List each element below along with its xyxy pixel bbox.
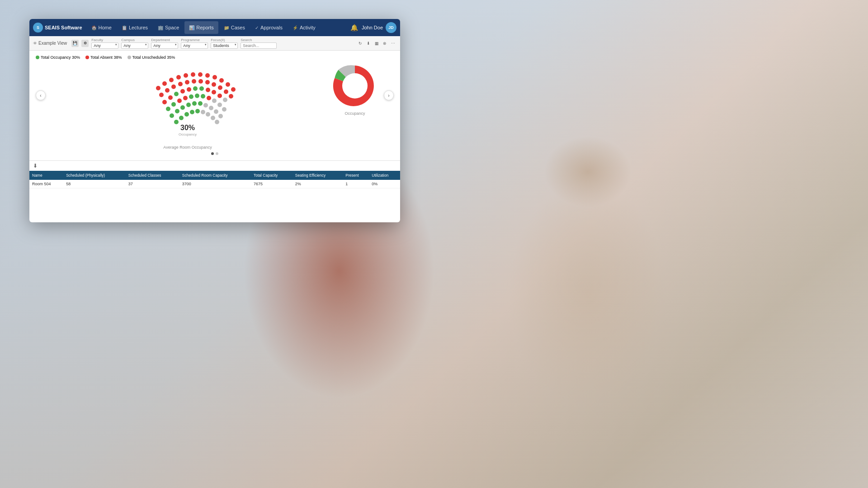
department-label: Department xyxy=(151,38,178,42)
pagination-dots xyxy=(36,152,394,155)
pagination-dot-2[interactable] xyxy=(216,152,218,155)
user-initials: JD xyxy=(388,25,394,30)
svg-point-67 xyxy=(342,73,368,99)
faculty-label: Faculty xyxy=(91,38,118,42)
col-scheduled-classes: Scheduled Classes xyxy=(126,171,179,180)
svg-point-1 xyxy=(162,81,167,86)
nav-label-activity: Activity xyxy=(300,25,316,30)
programme-filter: Programme Any xyxy=(181,38,208,49)
nav-item-space[interactable]: 🏢 Space xyxy=(153,21,184,34)
svg-point-3 xyxy=(176,75,181,80)
notification-bell-icon[interactable]: 🔔 xyxy=(350,24,358,31)
more-options-icon[interactable]: ⋯ xyxy=(389,40,396,47)
home-icon: 🏠 xyxy=(91,25,97,30)
chart-legend: Total Occupancy 30% Total Absent 38% Tot… xyxy=(36,55,394,60)
refresh-icon[interactable]: ↻ xyxy=(357,40,364,47)
svg-point-61 xyxy=(201,110,205,114)
svg-point-31 xyxy=(206,88,210,92)
svg-point-30 xyxy=(199,86,204,91)
legend-absent: Total Absent 38% xyxy=(85,55,122,60)
faculty-filter: Faculty Any xyxy=(91,38,118,49)
view-selector[interactable]: 👁 Example View xyxy=(33,41,67,46)
nav-item-home[interactable]: 🏠 Home xyxy=(87,21,116,34)
filter-icon[interactable]: ▦ xyxy=(373,40,380,47)
pagination-dot-1[interactable] xyxy=(211,152,214,155)
nav-item-activity[interactable]: ⚡ Activity xyxy=(288,21,320,34)
department-filter: Department Any xyxy=(151,38,178,49)
nav-label-approvals: Approvals xyxy=(260,25,283,30)
svg-point-38 xyxy=(183,96,188,100)
user-menu[interactable]: John Doe JD xyxy=(362,22,396,33)
nav-label-lectures: Lectures xyxy=(129,25,148,30)
nav-item-approvals[interactable]: ✓ Approvals xyxy=(250,21,287,34)
nav-item-reports[interactable]: 📊 Reports xyxy=(184,21,218,34)
app-logo: S SEAIS Software xyxy=(33,23,82,33)
svg-point-40 xyxy=(195,94,199,98)
svg-point-26 xyxy=(174,92,179,96)
nav-item-lectures[interactable]: 📋 Lectures xyxy=(117,21,152,34)
search-input[interactable] xyxy=(241,42,277,49)
clear-filter-icon[interactable]: ⊗ xyxy=(381,40,388,47)
svg-point-52 xyxy=(203,103,208,108)
logo-icon: S xyxy=(33,23,43,33)
svg-point-59 xyxy=(190,110,194,114)
programme-select[interactable]: Any xyxy=(181,42,208,49)
view-icon: 👁 xyxy=(33,41,37,46)
nav-bar: S SEAIS Software 🏠 Home 📋 Lectures 🏢 Spa… xyxy=(29,19,400,36)
chart-prev-button[interactable]: ‹ xyxy=(36,90,46,100)
focus-label: Focus(II) xyxy=(211,38,238,42)
view-label: Example View xyxy=(38,41,67,46)
svg-point-48 xyxy=(180,105,185,110)
svg-point-17 xyxy=(192,79,196,84)
svg-point-39 xyxy=(189,94,193,99)
save-view-button[interactable]: 💾 xyxy=(71,40,79,47)
svg-point-19 xyxy=(205,80,210,84)
export-icon[interactable]: ⬇ xyxy=(365,40,372,47)
nav-label-space: Space xyxy=(165,25,179,30)
cell-total-capacity: 7675 xyxy=(251,180,292,188)
unscheduled-legend-label: Total Unscheduled 35% xyxy=(132,55,175,60)
svg-point-43 xyxy=(212,99,217,103)
svg-point-46 xyxy=(170,113,174,118)
seating-chart-svg: 30% Occupancy xyxy=(118,63,258,142)
nav-label-reports: Reports xyxy=(196,25,214,30)
campus-filter: Campus Any xyxy=(121,38,148,49)
department-select[interactable]: Any xyxy=(151,42,178,49)
svg-point-11 xyxy=(231,87,236,92)
cell-scheduled-classes: 37 xyxy=(126,180,179,188)
svg-point-10 xyxy=(226,82,230,87)
svg-point-42 xyxy=(207,96,211,100)
svg-point-36 xyxy=(171,102,176,107)
absent-legend-label: Total Absent 38% xyxy=(90,55,122,60)
nav-item-cases[interactable]: 📁 Cases xyxy=(219,21,250,34)
settings-view-button[interactable]: ⚙ xyxy=(81,40,89,47)
svg-point-35 xyxy=(166,107,170,111)
table-toolbar: ⬇ xyxy=(29,161,400,171)
col-scheduled-room-capacity: Scheduled Room Capacity xyxy=(179,171,251,180)
cell-scheduled-physically: 58 xyxy=(63,180,126,188)
occupancy-dot xyxy=(36,56,39,59)
seating-chart-section: 30% Occupancy Average Room Occupancy xyxy=(47,63,328,150)
svg-point-16 xyxy=(185,80,189,84)
svg-point-44 xyxy=(217,103,222,107)
chart-next-button[interactable]: › xyxy=(384,90,394,100)
svg-point-25 xyxy=(168,95,173,100)
focus-select[interactable]: Students xyxy=(211,42,238,49)
filter-actions: ↻ ⬇ ▦ ⊗ ⋯ xyxy=(357,40,396,47)
activity-icon: ⚡ xyxy=(292,25,298,30)
search-label: Search xyxy=(241,38,277,42)
legend-occupancy: Total Occupancy 30% xyxy=(36,55,80,60)
download-icon[interactable]: ⬇ xyxy=(33,163,38,169)
svg-point-28 xyxy=(187,87,191,92)
reports-icon: 📊 xyxy=(189,25,194,30)
campus-select[interactable]: Any xyxy=(121,42,148,49)
seating-chart-title: Average Room Occupancy xyxy=(163,145,212,150)
svg-text:30%: 30% xyxy=(180,124,195,131)
svg-point-60 xyxy=(195,109,200,113)
svg-point-20 xyxy=(212,82,216,87)
col-seating-efficiency: Seating Efficiency xyxy=(292,171,343,180)
donut-chart-svg xyxy=(332,63,377,108)
svg-point-21 xyxy=(218,85,222,90)
faculty-select[interactable]: Any xyxy=(91,42,118,49)
svg-point-12 xyxy=(159,93,164,97)
